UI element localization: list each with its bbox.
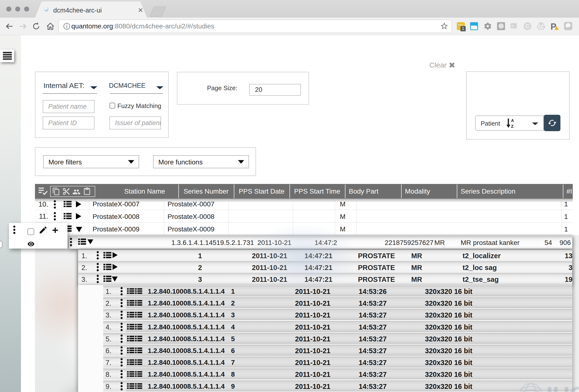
svg-text:A: A <box>511 118 514 123</box>
svg-text:Z: Z <box>511 124 513 128</box>
svg-text:IHCC: IHCC <box>546 382 579 392</box>
